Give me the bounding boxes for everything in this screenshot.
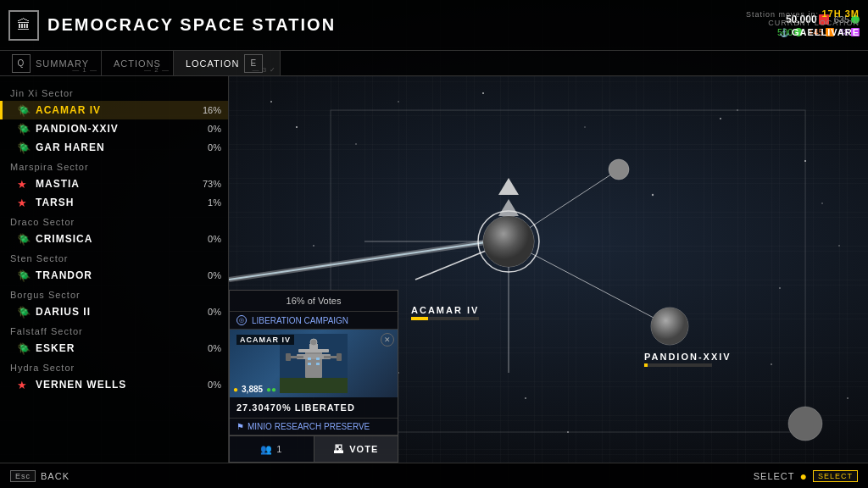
planet-mastia[interactable]: ★ MASTIA 73%	[0, 175, 228, 193]
planet-pct-acamar: 16%	[203, 105, 221, 115]
planet-pct-esker: 0%	[208, 343, 221, 353]
faction-bug-icon-crimsica: 🪲	[17, 233, 31, 245]
sector-falstaff: Falstaff Sector	[0, 321, 228, 339]
planet-name-gar: GAR HAREN	[36, 141, 204, 153]
popup-campaign: ◎ LIBERATION CAMPAIGN	[230, 312, 398, 330]
svg-point-33	[609, 159, 629, 180]
tab-actions[interactable]: ACTIONS — 2 —	[102, 51, 174, 75]
faction-bug-icon-esker: 🪲	[17, 342, 31, 354]
select-label: SELECT	[754, 471, 795, 481]
planet-gar-haren[interactable]: 🪲 GAR HAREN 0%	[0, 138, 228, 157]
svg-rect-37	[644, 363, 712, 367]
svg-point-40	[296, 126, 298, 128]
timer-value: 17H 3M	[821, 8, 860, 19]
sidebar-planet-list: Jin Xi Sector 🪲 ACAMAR IV 16% 🪲 PANDION-…	[0, 76, 229, 463]
planet-esker[interactable]: 🪲 ESKER 0%	[0, 339, 228, 358]
planet-name-crimsica: CRIMSICA	[36, 233, 204, 245]
vote-count-button[interactable]: 👥 1	[230, 435, 314, 462]
popup-action-buttons: 👥 1 🗳 VOTE	[230, 435, 398, 462]
back-button[interactable]: Esc BACK	[10, 470, 70, 482]
planet-name-vernen: VERNEN WELLS	[36, 379, 204, 391]
planet-name-trandor: TRANDOR	[36, 269, 204, 281]
tab-location[interactable]: LOCATION — 3 ✓ E	[174, 51, 281, 75]
popup-votes: 16% of Votes	[230, 291, 398, 312]
svg-point-57	[310, 339, 317, 346]
popup-liberated-pct: 27.30470% LIBERATED	[230, 397, 398, 419]
svg-rect-60	[308, 363, 311, 365]
planet-pct-vernen: 0%	[208, 380, 221, 390]
svg-rect-59	[316, 358, 320, 360]
svg-point-43	[821, 202, 823, 204]
planet-name-tarsh: TARSH	[36, 197, 204, 208]
faction-bot-icon-vernen: ★	[17, 379, 31, 391]
planet-pct-trandor: 0%	[208, 270, 221, 280]
tab-summary[interactable]: Q SUMMARY — 1 —	[0, 51, 102, 75]
popup-planet-image: ACAMAR IV	[230, 330, 398, 397]
popup-resources: ● 3,885 ●●	[233, 385, 276, 394]
vote-btn-label: VOTE	[349, 444, 378, 454]
svg-point-42	[720, 118, 721, 119]
svg-rect-48	[280, 378, 348, 393]
sector-sten: Sten Sector	[0, 248, 228, 266]
vote-icon: 👥	[260, 444, 273, 455]
popup-mission-label: ⚑ MINIO RESEARCH PRESERVE	[230, 419, 398, 435]
svg-rect-58	[308, 358, 311, 360]
tab-num-summary: — 1 —	[72, 66, 97, 74]
planet-pct-pandion: 0%	[208, 124, 221, 134]
planet-name-darius: DARIUS II	[36, 306, 204, 318]
select-icon: ●	[800, 469, 808, 483]
planet-name-pandion: PANDION-XXIV	[36, 123, 204, 135]
tab-num-actions: — 2 —	[144, 66, 170, 74]
planet-name-mastia: MASTIA	[36, 178, 199, 190]
mission-label-text: MINIO RESEARCH PRESERVE	[248, 422, 370, 431]
sector-hydra: Hydra Sector	[0, 358, 228, 375]
sector-borgus: Borgus Sector	[0, 285, 228, 302]
tab-label-location: LOCATION	[186, 58, 239, 69]
planet-pandion[interactable]: 🪲 PANDION-XXIV 0%	[0, 119, 228, 138]
timer-label: Station moves in: 17H 3M	[746, 8, 860, 19]
page-title: DEMOCRACY SPACE STATION	[47, 15, 777, 35]
header: 🏛 DEMOCRACY SPACE STATION 50,000 635 500…	[0, 0, 868, 51]
faction-bot-icon-tarsh: ★	[17, 197, 31, 208]
select-key-badge: SELECT	[813, 470, 858, 482]
planet-crimsica[interactable]: 🪲 CRIMSICA 0%	[0, 230, 228, 248]
faction-bot-icon-mastia: ★	[17, 178, 31, 190]
anchor-icon: ⚓	[779, 28, 792, 37]
svg-point-39	[788, 407, 822, 441]
planet-pct-darius: 0%	[208, 307, 221, 317]
svg-point-41	[398, 101, 399, 103]
planet-acamar-iv[interactable]: 🪲 ACAMAR IV 16%	[0, 101, 228, 119]
vote-btn-icon: 🗳	[333, 443, 344, 455]
planet-name-acamar: ACAMAR IV	[36, 104, 199, 116]
faction-bug-icon-darius: 🪲	[17, 306, 31, 318]
planet-vernen-wells[interactable]: ★ VERNEN WELLS 0%	[0, 375, 228, 394]
faction-bug-icon-gar: 🪲	[17, 141, 31, 153]
campaign-icon: ◎	[236, 315, 247, 325]
planet-darius[interactable]: 🪲 DARIUS II 0%	[0, 302, 228, 321]
back-key-badge: Esc	[10, 470, 36, 482]
svg-rect-32	[411, 317, 428, 320]
planet-pct-crimsica: 0%	[208, 234, 221, 244]
svg-rect-38	[644, 363, 648, 367]
vote-button[interactable]: 🗳 VOTE	[314, 435, 398, 462]
popup-close-btn[interactable]: ✕	[381, 333, 394, 347]
tab-num-location: — 3 ✓	[252, 66, 276, 74]
current-location-name: ⚓ GAELLIVARE	[746, 27, 860, 37]
bottom-bar: Esc BACK SELECT ● SELECT	[0, 463, 868, 488]
sector-jin-xi: Jin Xi Sector	[0, 83, 228, 101]
svg-text:ACAMAR IV: ACAMAR IV	[411, 305, 479, 315]
faction-bug-icon-pandion: 🪲	[17, 123, 31, 135]
vote-count-display: 👥 1	[230, 444, 314, 455]
planet-trandor[interactable]: 🪲 TRANDOR 0%	[0, 266, 228, 285]
planet-popup-card: 16% of Votes ◎ LIBERATION CAMPAIGN ACAMA…	[229, 290, 398, 463]
select-button[interactable]: SELECT ● SELECT	[754, 469, 858, 483]
svg-rect-55	[337, 353, 342, 361]
popup-planet-name-tag: ACAMAR IV	[236, 335, 294, 345]
svg-point-46	[567, 431, 569, 433]
planet-pct-tarsh: 1%	[208, 197, 221, 208]
location-name: GAELLIVARE	[792, 27, 860, 37]
tab-key-summary: Q	[12, 54, 31, 73]
planet-tarsh[interactable]: ★ TARSH 1%	[0, 193, 228, 212]
current-location-label: CURRENT LOCATION	[746, 19, 860, 27]
tab-bar: Q SUMMARY — 1 — ACTIONS — 2 — LOCATION —…	[0, 51, 868, 76]
